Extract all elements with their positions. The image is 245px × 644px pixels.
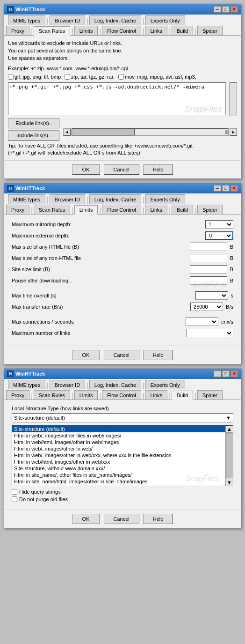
combo-dropdown-icon[interactable]: ▼ (226, 415, 231, 421)
checkbox-mov: mov, mpg, mpeg, avi, asf, mp3, (118, 74, 196, 80)
tab-links-1[interactable]: Links (145, 26, 167, 35)
list-item-5[interactable]: Html in web/html, images/other in web/xx… (12, 459, 233, 465)
minimize-button-2[interactable]: ─ (214, 185, 221, 192)
tab-row1-1: MIME types | Browser ID | Log, Index, Ca… (4, 15, 241, 25)
tab-mime-3[interactable]: MIME types (8, 380, 45, 389)
tab-browser-id-1[interactable]: Browser ID (50, 15, 85, 25)
tab-flow-2[interactable]: Flow Control (102, 205, 141, 214)
tab-browser-2[interactable]: Browser ID (50, 194, 85, 204)
ok-button-3[interactable]: OK (72, 514, 100, 524)
checkbox-gif-label: gif, jpg, png, tif, bmp (14, 74, 61, 80)
tab-links-2[interactable]: Links (145, 205, 167, 214)
list-item-1[interactable]: Html in web/, images/other files in web/… (12, 432, 233, 439)
limits-content: Maximum mirroring depth: 123 Maximum ext… (4, 215, 241, 346)
tab-experts-3[interactable]: Experts Only (145, 380, 185, 389)
pause-after-input[interactable] (190, 276, 227, 285)
tab-mime-types-1[interactable]: MIME types (8, 15, 45, 25)
tab-proxy-2[interactable]: Proxy (6, 205, 29, 214)
close-button-2[interactable]: ✕ (231, 185, 238, 192)
list-item-3[interactable]: Html in web/, images/other in web/ (12, 445, 233, 452)
tab-log-3[interactable]: Log, Index, Cache (89, 380, 141, 389)
list-item-6[interactable]: Site-structure, without www.domain.xxx/ (12, 465, 233, 472)
scroll-left-arrow[interactable]: ◄ (63, 128, 71, 136)
structure-type-combo-row: Site-structure (default) ▼ (12, 413, 233, 422)
tab-proxy-1[interactable]: Proxy (6, 26, 29, 35)
scroll-down-btn[interactable]: ▼ (226, 479, 233, 486)
tab-scan-rules-1[interactable]: Scan Rules (34, 26, 70, 36)
max-connections-select[interactable] (186, 318, 218, 326)
tab-log-2[interactable]: Log, Index, Cache (89, 194, 141, 204)
tab-limits-1[interactable]: Limits (74, 26, 98, 35)
tab-build-3[interactable]: Build (172, 391, 193, 400)
scroll-right-arrow[interactable]: ► (230, 128, 237, 136)
list-item-0[interactable]: Site-structure (default) (12, 426, 233, 432)
mirroring-depth-select[interactable]: 123 (205, 220, 233, 229)
help-button-3[interactable]: Help (143, 514, 173, 524)
tab-log-index-1[interactable]: Log, Index, Cache (89, 15, 141, 25)
checkbox-zip-input[interactable] (65, 74, 70, 80)
textarea-scrollbar[interactable] (230, 82, 237, 116)
cancel-button-1[interactable]: Cancel (104, 164, 139, 175)
minimize-button-3[interactable]: ─ (214, 370, 221, 377)
external-depth-select[interactable]: 012 (205, 231, 233, 240)
tab-proxy-3[interactable]: Proxy (6, 390, 29, 400)
tab-scan-rules-3[interactable]: Scan Rules (34, 390, 70, 400)
dialog-footer-3: OK Cancel Help (4, 510, 241, 528)
tab-mime-2[interactable]: MIME types (8, 194, 45, 204)
help-button-2[interactable]: Help (143, 350, 173, 360)
list-item-9[interactable]: Html in site_name/, images/other in site… (12, 485, 233, 486)
cancel-button-3[interactable]: Cancel (104, 514, 139, 524)
tab-flow-control-1[interactable]: Flow Control (102, 26, 141, 35)
max-links-select[interactable] (187, 329, 233, 337)
tab-flow-3[interactable]: Flow Control (102, 390, 141, 400)
checkbox-gif-input[interactable] (8, 74, 14, 80)
tab-build-1[interactable]: Build (172, 26, 193, 35)
hide-query-label: Hide query strings (19, 489, 61, 495)
close-button-1[interactable]: ✕ (231, 6, 238, 13)
scan-rules-window: H WinHTTrack ─ □ ✕ MIME types | Browser … (4, 4, 241, 179)
scroll-thumb[interactable] (226, 433, 232, 478)
tab-build-2[interactable]: Build (172, 205, 193, 214)
tab-experts-2[interactable]: Experts Only (145, 194, 185, 204)
max-transfer-select[interactable]: 25000 (190, 303, 223, 311)
maximize-button-3[interactable]: □ (222, 370, 230, 377)
maximize-button-1[interactable]: □ (222, 6, 230, 13)
list-item-8[interactable]: Html in site_name/html, images/other in … (12, 478, 233, 485)
maximize-button-2[interactable]: □ (222, 185, 230, 192)
list-item-2[interactable]: Html in web/html, images/other in web/im… (12, 439, 233, 445)
tab-browser-3[interactable]: Browser ID (50, 380, 85, 389)
scroll-up-btn[interactable]: ▲ (226, 426, 233, 433)
tab-scan-rules-2[interactable]: Scan Rules (34, 205, 70, 214)
ok-button-2[interactable]: OK (72, 350, 100, 360)
help-button-1[interactable]: Help (143, 164, 173, 175)
tab-limits-3[interactable]: Limits (74, 390, 98, 400)
tab-spider-1[interactable]: Spider (197, 26, 223, 35)
title-bar-left-3: H WinHTTrack (7, 370, 45, 377)
checkbox-mov-input[interactable] (118, 74, 124, 80)
ok-button-1[interactable]: OK (72, 164, 100, 175)
max-time-select[interactable] (195, 291, 228, 300)
tab-limits-2[interactable]: Limits (74, 205, 98, 215)
no-purge-checkbox[interactable] (12, 496, 17, 502)
exclude-links-button[interactable]: Exclude link(s).. (8, 118, 59, 128)
site-size-limit-input[interactable] (190, 265, 227, 274)
include-links-button[interactable]: Include link(s).. (8, 130, 59, 141)
tab-spider-3[interactable]: Spider (197, 390, 223, 400)
build-content: Local Structure Type (how links are save… (4, 400, 241, 510)
hide-query-checkbox[interactable] (12, 489, 17, 495)
list-item-4[interactable]: Html in web/, images/other in web/xxx, w… (12, 452, 233, 459)
minimize-button-1[interactable]: ─ (214, 6, 221, 13)
close-button-3[interactable]: ✕ (231, 370, 238, 377)
tab-links-3[interactable]: Links (145, 390, 167, 400)
list-item-7[interactable]: Html in site_name/, other files in site_… (12, 472, 233, 478)
list-scrollbar[interactable]: ▲ ▼ (225, 426, 233, 486)
structure-type-list[interactable]: Site-structure (default) Html in web/, i… (12, 425, 233, 486)
scan-rules-textarea[interactable] (8, 82, 226, 115)
structure-type-combo[interactable]: Site-structure (default) ▼ (12, 413, 233, 422)
max-nonhtml-size-input[interactable] (190, 254, 227, 262)
tab-experts-1[interactable]: Experts Only (145, 15, 185, 25)
cancel-button-2[interactable]: Cancel (104, 350, 139, 360)
tab-spider-2[interactable]: Spider (197, 205, 223, 214)
external-depth-row: Maximum external depth: 012 (12, 231, 233, 240)
max-html-size-input[interactable] (190, 243, 227, 251)
